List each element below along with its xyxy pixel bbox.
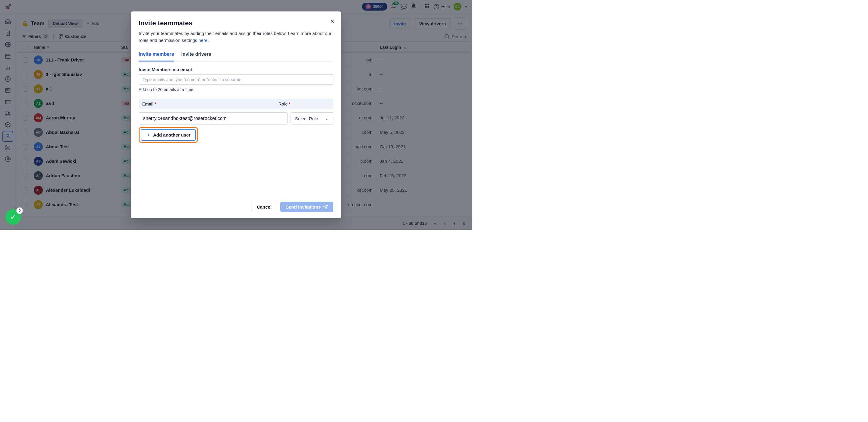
modal-description: Invite your teammates by adding their em… [138, 30, 333, 44]
role-placeholder: Select Role [295, 116, 318, 121]
cancel-button[interactable]: Cancel [251, 202, 277, 212]
success-count: 0 [16, 207, 23, 214]
modal-title: Invite teammates [138, 19, 333, 27]
email-field[interactable] [138, 113, 287, 124]
add-another-user-button[interactable]: ＋ Add another user [141, 129, 196, 141]
send-icon [323, 205, 328, 210]
add-user-highlight: ＋ Add another user [138, 127, 198, 143]
section-label: Invite Members via email [138, 67, 333, 72]
close-icon[interactable]: ✕ [330, 18, 335, 25]
emails-input[interactable]: Type emails and type "comma" or "enter" … [138, 74, 333, 85]
add-another-label: Add another user [153, 132, 190, 138]
form-column-headers: Email * Role * [138, 98, 333, 110]
chevron-down-icon: ⌄ [325, 116, 329, 121]
col-role-label: Role [278, 101, 287, 107]
emails-hint: Add up to 20 emails at a time. [138, 87, 333, 92]
success-bubble[interactable]: ✓ 0 [5, 209, 21, 225]
tab-invite-members[interactable]: Invite members [138, 49, 174, 61]
col-email-label: Email [142, 101, 153, 107]
role-select[interactable]: Select Role ⌄ [290, 113, 333, 124]
modal-tabs: Invite members Invite drivers [138, 49, 333, 61]
modal-footer: Cancel Send Invitations [131, 198, 341, 218]
plus-icon: ＋ [146, 132, 151, 138]
send-invitations-button[interactable]: Send Invitations [280, 202, 333, 212]
invite-form-row: Select Role ⌄ [138, 113, 333, 124]
here-link[interactable]: here [198, 38, 207, 43]
tab-invite-drivers[interactable]: Invite drivers [181, 49, 211, 61]
invite-modal: ✕ Invite teammates Invite your teammates… [131, 11, 341, 218]
send-label: Send Invitations [286, 204, 321, 210]
